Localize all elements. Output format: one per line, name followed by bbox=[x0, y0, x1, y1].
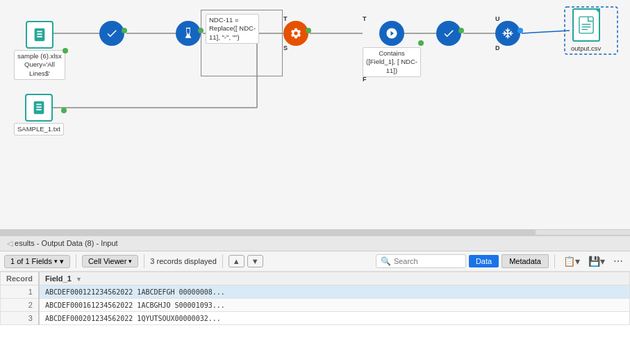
col-record: Record bbox=[1, 272, 39, 286]
toolbar-divider-1 bbox=[76, 254, 76, 268]
svg-line-6 bbox=[522, 31, 570, 33]
col-field1[interactable]: Field_1 ▼ bbox=[39, 272, 630, 286]
gear1-s-label: S bbox=[283, 44, 288, 51]
search-icon: 🔍 bbox=[381, 256, 391, 266]
row-num-1: 1 bbox=[1, 286, 39, 299]
arrow1-label: Contains ([Field_1], [ NDC- 11]) bbox=[363, 47, 421, 77]
node-book2[interactable]: SAMPLE_1.txt bbox=[14, 94, 64, 135]
node-gear1[interactable]: T S bbox=[283, 21, 308, 46]
search-box: 🔍 bbox=[376, 254, 466, 268]
svg-rect-10 bbox=[579, 17, 593, 33]
book1-icon bbox=[26, 21, 53, 49]
row-field1-1: ABCDEF000121234562022 1ABCDEFGH 00000008… bbox=[39, 286, 630, 299]
records-info: 3 records displayed bbox=[150, 257, 216, 265]
snowflake-d-label: D bbox=[495, 44, 500, 51]
fields-dropdown-btn[interactable]: 1 of 1 Fields ▾ ▾ bbox=[4, 255, 70, 268]
gear1-t-label: T bbox=[283, 15, 288, 22]
sort-up-btn[interactable]: ▲ bbox=[229, 255, 244, 267]
fields-section: 1 of 1 Fields ▾ ▾ bbox=[4, 255, 70, 268]
node-flask1[interactable] bbox=[176, 21, 201, 46]
table-body: 1 ABCDEF000121234562022 1ABCDEFGH 000000… bbox=[1, 286, 630, 325]
row-num-2: 2 bbox=[1, 299, 39, 312]
node-book1[interactable]: sample (6).xlsx Query='All Lines$' bbox=[14, 21, 65, 80]
snowflake-u-label: U bbox=[495, 15, 500, 22]
more-btn[interactable]: ⋯ bbox=[611, 254, 626, 268]
connector-lines bbox=[0, 0, 630, 229]
sort-down-btn[interactable]: ▼ bbox=[247, 255, 263, 267]
table-header-row: Record Field_1 ▼ bbox=[1, 272, 630, 286]
book1-label: sample (6).xlsx Query='All Lines$' bbox=[14, 50, 65, 80]
flask1-icon bbox=[176, 21, 201, 46]
row-field1-3: ABCDEF000201234562022 1QYUTSOUX00000032.… bbox=[39, 312, 630, 325]
data-table: Record Field_1 ▼ 1 ABCDEF000121234562022… bbox=[0, 272, 630, 364]
gear1-icon bbox=[283, 21, 308, 46]
check1-icon bbox=[99, 21, 124, 46]
check2-icon bbox=[436, 21, 461, 46]
output-csv-label: output.csv bbox=[568, 43, 604, 54]
arrow1-f-label: F bbox=[363, 76, 367, 83]
save-btn[interactable]: 💾▾ bbox=[586, 254, 608, 268]
data-btn[interactable]: Data bbox=[469, 255, 499, 267]
arrow1-t-label: T bbox=[363, 15, 367, 22]
cell-viewer-btn[interactable]: Cell Viewer ▾ bbox=[82, 255, 138, 267]
output-csv-icon bbox=[572, 8, 600, 42]
toolbar-divider-4 bbox=[554, 254, 555, 268]
node-arrow1[interactable]: T F Contains ([Field_1], [ NDC- 11]) bbox=[363, 21, 421, 77]
table-row[interactable]: 1 ABCDEF000121234562022 1ABCDEFGH 000000… bbox=[1, 286, 630, 299]
cell-viewer-section: Cell Viewer ▾ bbox=[82, 255, 138, 267]
results-tab-label: ◁ esults - Output Data (8) - Input bbox=[7, 239, 118, 248]
node-check2[interactable] bbox=[436, 21, 461, 46]
book2-icon bbox=[25, 94, 53, 122]
results-toolbar: 1 of 1 Fields ▾ ▾ Cell Viewer ▾ 3 record… bbox=[0, 251, 630, 272]
search-input[interactable] bbox=[394, 257, 461, 265]
toolbar-divider-3 bbox=[222, 254, 223, 268]
node-output-csv[interactable]: output.csv bbox=[568, 8, 604, 54]
canvas-scrollbar[interactable] bbox=[0, 229, 630, 235]
table-row[interactable]: 3 ABCDEF000201234562022 1QYUTSOUX0000003… bbox=[1, 312, 630, 325]
node-check1[interactable] bbox=[99, 21, 124, 46]
copy-btn[interactable]: 📋▾ bbox=[561, 254, 583, 268]
book2-label: SAMPLE_1.txt bbox=[14, 123, 64, 135]
results-tab[interactable]: ◁ esults - Output Data (8) - Input bbox=[0, 236, 630, 251]
ndc11-label: NDC-11 =Replace([ NDC-11], "-", "") bbox=[206, 14, 259, 44]
table-row[interactable]: 2 ABCDEF000161234562022 1ACBGHJO S000010… bbox=[1, 299, 630, 312]
metadata-btn[interactable]: Metadata bbox=[501, 254, 549, 268]
workflow-canvas: sample (6).xlsx Query='All Lines$' NDC-1… bbox=[0, 0, 630, 229]
arrow1-icon bbox=[379, 21, 404, 46]
node-snowflake[interactable]: U D bbox=[495, 21, 520, 46]
snowflake-icon bbox=[495, 21, 520, 46]
row-field1-2: ABCDEF000161234562022 1ACBGHJO S00001093… bbox=[39, 299, 630, 312]
results-panel: ◁ esults - Output Data (8) - Input 1 of … bbox=[0, 235, 630, 364]
row-num-3: 3 bbox=[1, 312, 39, 325]
toolbar-divider-2 bbox=[144, 254, 144, 268]
